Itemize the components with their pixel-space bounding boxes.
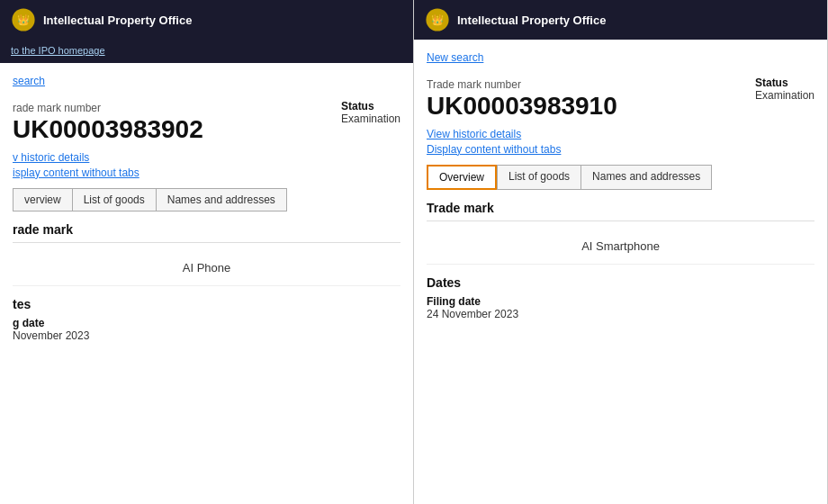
right-header-title: Intellectual Property Office [457,14,606,27]
left-header-title: Intellectual Property Office [43,14,192,27]
left-historic-details-link[interactable]: v historic details [13,151,400,164]
ipo-logo-right: 👑 [425,7,450,32]
right-content: New search Status Examination Trade mark… [414,40,827,504]
left-tab-list-of-goods[interactable]: List of goods [72,188,156,212]
right-filing-date-value: 24 November 2023 [427,308,814,320]
right-status-value: Examination [755,89,814,102]
left-header-row: Status Examination rade mark number UK00… [13,96,400,144]
left-status-label: Status [341,100,400,112]
left-ipo-homepage-link[interactable]: to the IPO homepage [11,45,105,56]
svg-text:👑: 👑 [17,14,30,26]
svg-text:👑: 👑 [431,14,444,26]
left-dates-section: tes g date November 2023 [13,297,400,342]
right-status-block: Status Examination [755,76,814,102]
right-tab-overview[interactable]: Overview [427,165,497,190]
right-dates-section: Dates Filing date 24 November 2023 [427,275,814,320]
left-tabs: verview List of goods Names and addresse… [13,188,400,212]
right-status-label: Status [755,76,814,89]
left-tab-overview[interactable]: verview [13,188,72,212]
right-historic-details-link[interactable]: View historic details [427,128,814,140]
left-sub-nav: to the IPO homepage [0,40,413,63]
right-tab-names-addresses[interactable]: Names and addresses [580,165,712,190]
left-filing-date-value: November 2023 [13,329,400,342]
right-trade-mark-value: AI Smartphone [427,229,814,265]
left-status-value: Examination [341,112,400,125]
left-tab-names-addresses[interactable]: Names and addresses [156,188,287,212]
right-new-search-link[interactable]: New search [427,51,483,64]
right-dates-title: Dates [427,275,814,290]
right-tabs: Overview List of goods Names and address… [427,165,814,190]
left-display-without-tabs-link[interactable]: isplay content without tabs [13,166,400,179]
left-content: search Status Examination rade mark numb… [0,63,413,504]
right-tab-list-of-goods[interactable]: List of goods [497,165,580,190]
left-filing-date-label: g date [13,317,400,329]
left-trade-mark-value: AI Phone [13,250,400,286]
left-status-block: Status Examination [341,100,400,125]
left-header-bar: 👑 Intellectual Property Office [0,0,413,40]
left-new-search-link[interactable]: search [13,75,45,87]
right-filing-date-label: Filing date [427,295,814,308]
right-trade-mark-heading: Trade mark [427,201,814,221]
left-panel: 👑 Intellectual Property Office to the IP… [0,0,414,504]
left-trade-mark-heading: rade mark [13,222,400,243]
right-header-row: Status Examination Trade mark number UK0… [427,73,814,121]
right-header-bar: 👑 Intellectual Property Office [414,0,827,40]
ipo-logo-left: 👑 [11,7,36,32]
left-dates-title: tes [13,297,400,311]
right-display-without-tabs-link[interactable]: Display content without tabs [427,143,814,156]
left-links-section: v historic details isplay content withou… [13,151,400,179]
right-panel: 👑 Intellectual Property Office New searc… [414,0,828,504]
right-links-section: View historic details Display content wi… [427,128,814,156]
